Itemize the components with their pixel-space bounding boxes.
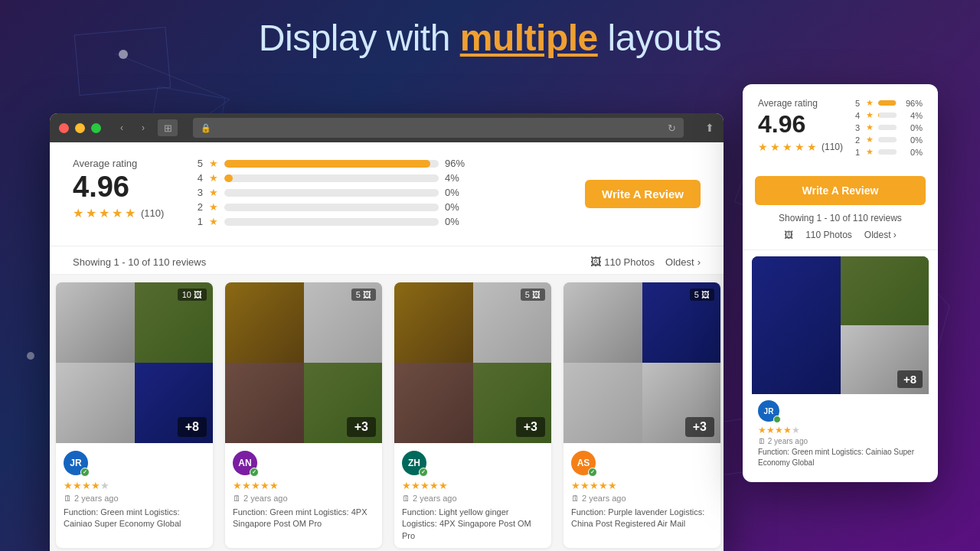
bar-track-3 <box>224 189 439 197</box>
title-prefix: Display with <box>259 18 460 58</box>
float-bar-1: 1 ★ 0% <box>855 147 923 157</box>
bar-fill-5 <box>224 160 430 168</box>
float-rating-count: (110) <box>822 142 843 152</box>
page-title: Display with multiple layouts <box>0 0 980 73</box>
card-avatar-1: JR✓ <box>64 451 88 475</box>
card-date-2: 🗓 2 years ago <box>233 494 374 503</box>
float-bar-4: 4 ★ 4% <box>855 110 923 120</box>
float-review-body: JR ★★★★★ 🗓 2 years ago Function: Green m… <box>752 394 929 474</box>
float-rev-stars: ★★★★★ <box>758 425 923 435</box>
browser-dot-minimize[interactable] <box>75 123 85 133</box>
card-overlay-2: +3 <box>347 417 376 437</box>
float-divider <box>743 249 938 250</box>
card-stars-4: ★★★★★ <box>571 480 713 491</box>
photos-label: 110 Photos <box>604 256 655 268</box>
rating-left: Average rating 4.96 ★ ★ ★ ★ ★ (110) <box>73 158 165 220</box>
card-overlay-3: +3 <box>516 417 545 437</box>
card-overlay-1: +8 <box>178 417 207 437</box>
write-review-button[interactable]: Write A Review <box>585 180 701 208</box>
float-rating-section: Average rating 4.96 ★ ★ ★ ★ ★ (110) 5 ★ … <box>743 84 938 168</box>
card-image-2: 5 🖼 +3 <box>225 282 382 443</box>
card-photo-count-4: 5 🖼 <box>690 289 714 301</box>
deco-dot <box>27 352 34 360</box>
float-bar-2: 2 ★ 0% <box>855 135 923 145</box>
card-avatar-3: ZH✓ <box>402 451 426 475</box>
float-avg-num: 4.96 <box>758 112 843 136</box>
review-meta: Showing 1 - 10 of 110 reviews 🖼 110 Phot… <box>50 246 724 275</box>
card-desc-2: Function: Green mint Logistics: 4PX Sing… <box>233 507 374 530</box>
card-desc-4: Function: Purple lavender Logistics: Chi… <box>571 507 713 530</box>
title-highlight: multiple <box>460 18 598 58</box>
bar-track-2 <box>224 204 439 211</box>
meta-right: 🖼 110 Photos Oldest › <box>590 256 701 268</box>
star-2: ★ <box>86 206 96 220</box>
nav-back-button[interactable]: ‹ <box>113 119 130 136</box>
review-card-4[interactable]: 5 🖼 +3 AS✓ ★★★★★ 🗓 2 years ago Function:… <box>564 282 720 548</box>
nav-forward-button[interactable]: › <box>135 119 152 136</box>
float-rev-date: 🗓 2 years ago <box>758 437 923 445</box>
bar-row-1: 1 ★ 0% <box>195 216 554 227</box>
float-rev-check <box>773 416 781 423</box>
photo-icon: 🖼 <box>590 256 601 268</box>
bar-track-5 <box>224 160 439 168</box>
title-suffix: layouts <box>598 18 721 58</box>
float-review-image: +8 <box>752 256 929 394</box>
float-stars: ★ ★ ★ ★ ★ (110) <box>758 141 843 153</box>
card-avatar-2: AN✓ <box>233 451 257 475</box>
float-bars: 5 ★ 96% 4 ★ 4% 3 ★ 0% 2 <box>855 98 923 159</box>
bar-row-3: 3 ★ 0% <box>195 187 554 198</box>
card-stars-3: ★★★★★ <box>402 480 544 491</box>
card-desc-1: Function: Green mint Logistics: Cainiao … <box>64 507 205 530</box>
card-overlay-4: +3 <box>685 417 714 437</box>
card-photo-count-3: 5 🖼 <box>521 289 545 301</box>
showing-text: Showing 1 - 10 of 110 reviews <box>73 256 206 268</box>
card-date-1: 🗓 2 years ago <box>64 494 205 503</box>
browser-dot-close[interactable] <box>59 123 69 133</box>
bar-track-4 <box>224 174 439 182</box>
star-4: ★ <box>112 206 122 220</box>
browser-nav: ‹ › <box>113 119 152 136</box>
review-card-1[interactable]: 10 🖼 +8 JR✓ ★★★★★ 🗓 2 years ago Function… <box>56 282 213 548</box>
sidebar-toggle[interactable]: ⊞ <box>158 119 178 136</box>
float-review-preview[interactable]: +8 JR ★★★★★ 🗓 2 years ago Function: Gree… <box>752 256 929 474</box>
browser-dot-maximize[interactable] <box>91 123 101 133</box>
bar-row-5: 5 ★ 96% <box>195 158 554 169</box>
star-1: ★ <box>73 206 83 220</box>
star-3: ★ <box>99 206 109 220</box>
float-bar-5: 5 ★ 96% <box>855 98 923 108</box>
card-avatar-4: AS✓ <box>571 451 596 475</box>
card-image-4: 5 🖼 +3 <box>564 282 720 443</box>
card-photo-count-2: 5 🖼 <box>351 289 376 301</box>
float-sort-label: Oldest › <box>864 230 897 240</box>
share-button[interactable]: ⬆ <box>705 122 714 134</box>
lock-icon: 🔒 <box>201 123 211 133</box>
float-photos-label: 110 Photos <box>805 230 852 240</box>
card-date-4: 🗓 2 years ago <box>571 494 713 503</box>
review-card-3[interactable]: 5 🖼 +3 ZH✓ ★★★★★ 🗓 2 years ago Function:… <box>394 282 551 548</box>
review-card-2[interactable]: 5 🖼 +3 AN✓ ★★★★★ 🗓 2 years ago Function:… <box>225 282 382 548</box>
card-stars-1: ★★★★★ <box>64 480 205 491</box>
bar-fill-4 <box>224 174 233 182</box>
card-stars-2: ★★★★★ <box>233 480 374 491</box>
rating-count: (110) <box>141 207 164 219</box>
rating-summary: Average rating 4.96 ★ ★ ★ ★ ★ (110) 5 ★ … <box>73 158 701 230</box>
float-avg-label: Average rating <box>758 98 843 109</box>
avg-label: Average rating <box>73 158 165 169</box>
stars-row: ★ ★ ★ ★ ★ (110) <box>73 206 165 220</box>
browser-window: ‹ › ⊞ 🔒 ↻ ⬆ Average rating 4.96 ★ ★ ★ ★ … <box>50 113 724 551</box>
reload-button[interactable]: ↻ <box>668 122 676 134</box>
float-plus-badge: +8 <box>897 370 923 388</box>
floating-card: Average rating 4.96 ★ ★ ★ ★ ★ (110) 5 ★ … <box>743 84 938 482</box>
card-photo-count-1: 10 🖼 <box>178 289 207 301</box>
float-bar-3: 3 ★ 0% <box>855 122 923 132</box>
reviews-grid: 10 🖼 +8 JR✓ ★★★★★ 🗓 2 years ago Function… <box>50 275 724 551</box>
rating-bars: 5 ★ 96% 4 ★ 4% 3 ★ 0% 2 <box>195 158 554 230</box>
star-5: ★ <box>125 206 136 220</box>
float-write-review-button[interactable]: Write A Review <box>755 176 926 205</box>
float-photo-icon: 🖼 <box>784 230 793 240</box>
float-rev-desc: Function: Green mint Logistics: Cainiao … <box>758 447 923 468</box>
float-rev-avatar: JR <box>758 400 779 422</box>
address-bar[interactable]: 🔒 ↻ <box>193 118 684 138</box>
review-widget: Average rating 4.96 ★ ★ ★ ★ ★ (110) 5 ★ … <box>50 142 724 246</box>
card-desc-3: Function: Light yellow ginger Logistics:… <box>402 507 544 542</box>
